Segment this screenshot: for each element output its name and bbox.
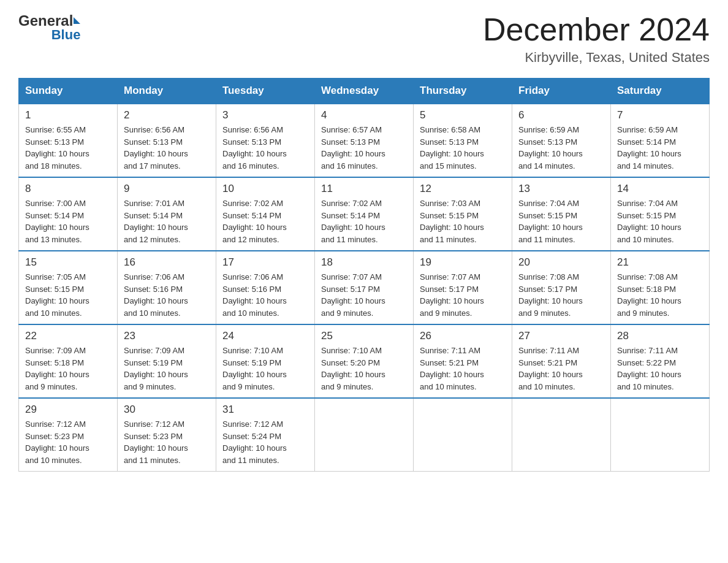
day-number: 12 [420,183,506,195]
day-number: 10 [222,183,308,195]
calendar-body: 1 Sunrise: 6:55 AMSunset: 5:13 PMDayligh… [19,104,710,472]
calendar-cell: 5 Sunrise: 6:58 AMSunset: 5:13 PMDayligh… [414,104,512,177]
day-info: Sunrise: 7:07 AMSunset: 5:17 PMDaylight:… [420,272,484,318]
logo-blue-text: Blue [18,27,80,43]
day-number: 18 [321,256,407,269]
day-number: 22 [25,330,111,342]
calendar-cell: 13 Sunrise: 7:04 AMSunset: 5:15 PMDaylig… [512,177,611,251]
day-info: Sunrise: 7:04 AMSunset: 5:15 PMDaylight:… [518,199,583,244]
calendar-cell: 25 Sunrise: 7:10 AMSunset: 5:20 PMDaylig… [315,324,414,398]
day-info: Sunrise: 6:55 AMSunset: 5:13 PMDaylight:… [25,125,89,170]
calendar-week-row: 22 Sunrise: 7:09 AMSunset: 5:18 PMDaylig… [19,324,710,398]
day-info: Sunrise: 7:11 AMSunset: 5:22 PMDaylight:… [617,346,681,391]
calendar-cell: 20 Sunrise: 7:08 AMSunset: 5:17 PMDaylig… [512,251,611,324]
day-number: 19 [420,256,506,269]
day-number: 14 [617,183,703,195]
calendar-cell: 28 Sunrise: 7:11 AMSunset: 5:22 PMDaylig… [611,324,710,398]
day-number: 3 [222,109,308,121]
calendar-cell: 1 Sunrise: 6:55 AMSunset: 5:13 PMDayligh… [19,104,118,177]
calendar-cell: 26 Sunrise: 7:11 AMSunset: 5:21 PMDaylig… [414,324,512,398]
day-number: 30 [124,404,210,416]
day-info: Sunrise: 7:08 AMSunset: 5:18 PMDaylight:… [617,272,681,318]
calendar-header-row: SundayMondayTuesdayWednesdayThursdayFrid… [19,79,710,104]
calendar-cell: 15 Sunrise: 7:05 AMSunset: 5:15 PMDaylig… [19,251,118,324]
calendar-cell: 16 Sunrise: 7:06 AMSunset: 5:16 PMDaylig… [118,251,216,324]
calendar-cell: 12 Sunrise: 7:03 AMSunset: 5:15 PMDaylig… [414,177,512,251]
day-number: 25 [321,330,407,342]
day-info: Sunrise: 7:04 AMSunset: 5:15 PMDaylight:… [617,199,681,244]
month-title: December 2024 [483,12,710,47]
day-info: Sunrise: 7:09 AMSunset: 5:19 PMDaylight:… [124,346,188,391]
day-info: Sunrise: 7:08 AMSunset: 5:17 PMDaylight:… [518,272,583,318]
calendar-cell [611,398,710,472]
calendar-week-row: 8 Sunrise: 7:00 AMSunset: 5:14 PMDayligh… [19,177,710,251]
calendar-cell [512,398,611,472]
calendar-cell: 9 Sunrise: 7:01 AMSunset: 5:14 PMDayligh… [118,177,216,251]
page-header: General Blue December 2024 Kirbyville, T… [18,12,710,66]
day-number: 23 [124,330,210,342]
calendar-cell: 29 Sunrise: 7:12 AMSunset: 5:23 PMDaylig… [19,398,118,472]
day-number: 31 [222,404,308,416]
day-info: Sunrise: 7:11 AMSunset: 5:21 PMDaylight:… [518,346,583,391]
column-header-thursday: Thursday [414,79,512,104]
day-info: Sunrise: 7:07 AMSunset: 5:17 PMDaylight:… [321,272,385,318]
calendar-cell: 19 Sunrise: 7:07 AMSunset: 5:17 PMDaylig… [414,251,512,324]
day-info: Sunrise: 7:02 AMSunset: 5:14 PMDaylight:… [222,199,287,244]
calendar-cell: 10 Sunrise: 7:02 AMSunset: 5:14 PMDaylig… [216,177,315,251]
day-number: 8 [25,183,111,195]
calendar-cell: 14 Sunrise: 7:04 AMSunset: 5:15 PMDaylig… [611,177,710,251]
column-header-tuesday: Tuesday [216,79,315,104]
day-number: 29 [25,404,111,416]
day-info: Sunrise: 7:01 AMSunset: 5:14 PMDaylight:… [124,199,188,244]
day-info: Sunrise: 7:05 AMSunset: 5:15 PMDaylight:… [25,272,89,318]
day-number: 9 [124,183,210,195]
calendar-week-row: 1 Sunrise: 6:55 AMSunset: 5:13 PMDayligh… [19,104,710,177]
day-number: 20 [518,256,604,269]
day-number: 5 [420,109,506,121]
day-number: 16 [124,256,210,269]
column-header-wednesday: Wednesday [315,79,414,104]
calendar-cell: 2 Sunrise: 6:56 AMSunset: 5:13 PMDayligh… [118,104,216,177]
calendar-table: SundayMondayTuesdayWednesdayThursdayFrid… [18,78,710,472]
day-number: 15 [25,256,111,269]
day-info: Sunrise: 6:56 AMSunset: 5:13 PMDaylight:… [124,125,188,170]
day-info: Sunrise: 6:56 AMSunset: 5:13 PMDaylight:… [222,125,287,170]
day-number: 1 [25,109,111,121]
day-number: 6 [518,109,604,121]
day-info: Sunrise: 7:12 AMSunset: 5:24 PMDaylight:… [222,419,287,465]
day-number: 24 [222,330,308,342]
calendar-cell: 3 Sunrise: 6:56 AMSunset: 5:13 PMDayligh… [216,104,315,177]
column-header-saturday: Saturday [611,79,710,104]
day-number: 17 [222,256,308,269]
column-header-friday: Friday [512,79,611,104]
logo: General Blue [18,12,80,43]
day-number: 13 [518,183,604,195]
calendar-cell: 11 Sunrise: 7:02 AMSunset: 5:14 PMDaylig… [315,177,414,251]
calendar-cell: 8 Sunrise: 7:00 AMSunset: 5:14 PMDayligh… [19,177,118,251]
calendar-cell: 17 Sunrise: 7:06 AMSunset: 5:16 PMDaylig… [216,251,315,324]
day-info: Sunrise: 7:00 AMSunset: 5:14 PMDaylight:… [25,199,89,244]
calendar-cell [315,398,414,472]
day-number: 21 [617,256,703,269]
day-number: 4 [321,109,407,121]
calendar-week-row: 29 Sunrise: 7:12 AMSunset: 5:23 PMDaylig… [19,398,710,472]
calendar-cell: 4 Sunrise: 6:57 AMSunset: 5:13 PMDayligh… [315,104,414,177]
day-info: Sunrise: 7:12 AMSunset: 5:23 PMDaylight:… [25,419,89,465]
day-info: Sunrise: 6:59 AMSunset: 5:13 PMDaylight:… [518,125,583,170]
calendar-week-row: 15 Sunrise: 7:05 AMSunset: 5:15 PMDaylig… [19,251,710,324]
day-info: Sunrise: 6:59 AMSunset: 5:14 PMDaylight:… [617,125,681,170]
day-number: 7 [617,109,703,121]
calendar-cell: 18 Sunrise: 7:07 AMSunset: 5:17 PMDaylig… [315,251,414,324]
day-info: Sunrise: 7:10 AMSunset: 5:19 PMDaylight:… [222,346,287,391]
calendar-cell: 21 Sunrise: 7:08 AMSunset: 5:18 PMDaylig… [611,251,710,324]
day-info: Sunrise: 7:10 AMSunset: 5:20 PMDaylight:… [321,346,385,391]
calendar-cell: 30 Sunrise: 7:12 AMSunset: 5:23 PMDaylig… [118,398,216,472]
day-info: Sunrise: 7:06 AMSunset: 5:16 PMDaylight:… [222,272,287,318]
day-number: 28 [617,330,703,342]
day-info: Sunrise: 7:03 AMSunset: 5:15 PMDaylight:… [420,199,484,244]
day-info: Sunrise: 7:09 AMSunset: 5:18 PMDaylight:… [25,346,89,391]
title-block: December 2024 Kirbyville, Texas, United … [483,12,710,66]
day-info: Sunrise: 7:12 AMSunset: 5:23 PMDaylight:… [124,419,188,465]
calendar-cell: 23 Sunrise: 7:09 AMSunset: 5:19 PMDaylig… [118,324,216,398]
calendar-cell: 24 Sunrise: 7:10 AMSunset: 5:19 PMDaylig… [216,324,315,398]
